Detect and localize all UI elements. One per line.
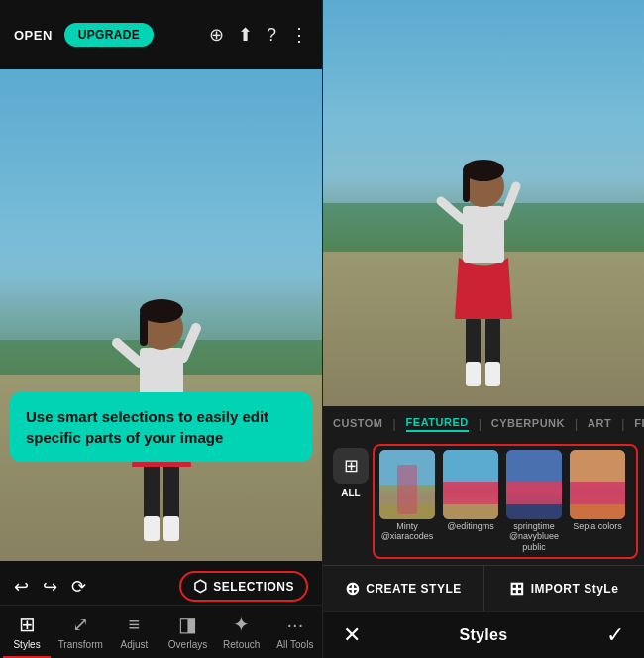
svg-rect-32 — [570, 504, 625, 519]
tab-featured[interactable]: FEATURED — [406, 416, 469, 432]
tool-transform[interactable]: ⤢ Transform — [56, 612, 104, 650]
svg-line-16 — [504, 186, 516, 216]
svg-line-5 — [117, 343, 140, 363]
tool-styles[interactable]: ⊞ Styles — [3, 612, 51, 650]
help-icon[interactable]: ? — [267, 25, 276, 46]
svg-rect-27 — [506, 450, 562, 482]
left-image-area: Use smart selections to easily edit spec… — [0, 69, 322, 561]
tab-art[interactable]: ART — [588, 417, 611, 431]
tab-separator-2: | — [479, 417, 482, 431]
all-tools-label: All Tools — [276, 639, 313, 650]
all-tools-icon: ··· — [287, 613, 304, 636]
thumb-img-2 — [443, 450, 498, 519]
thumb-label-1: Minty @xiaracodes — [378, 521, 436, 543]
svg-rect-29 — [506, 504, 562, 519]
tool-overlays[interactable]: ◨ Overlays — [164, 612, 212, 650]
right-panel: CUSTOM | FEATURED | CYBERPUNK | ART | FI… — [322, 0, 644, 658]
transform-label: Transform — [58, 639, 103, 650]
svg-rect-31 — [570, 482, 625, 504]
svg-rect-23 — [397, 465, 417, 514]
svg-rect-24 — [443, 450, 498, 482]
svg-rect-28 — [506, 482, 562, 504]
svg-rect-26 — [443, 504, 498, 519]
create-icon: ⊕ — [345, 578, 361, 600]
styles-label: Styles — [13, 639, 40, 650]
thumb-label-2: @editingms — [447, 521, 494, 532]
left-header: OPEN UPGRADE ⊕ ⬆ ? ⋮ — [0, 0, 322, 69]
all-label: ALL — [341, 488, 360, 498]
selections-icon: ⬡ — [193, 577, 208, 596]
tab-separator-1: | — [392, 417, 395, 431]
style-thumb-1[interactable]: Minty @xiaracodes — [378, 450, 436, 553]
retouch-label: Retouch — [223, 639, 260, 650]
open-button[interactable]: OPEN — [14, 28, 53, 43]
svg-rect-2 — [144, 516, 160, 541]
svg-rect-30 — [570, 450, 625, 482]
all-button[interactable]: ⊞ — [333, 448, 369, 484]
thumb-label-4: Sepia colors — [573, 521, 622, 532]
overlays-label: Overlays — [168, 639, 207, 650]
tab-separator-4: | — [621, 417, 624, 431]
left-panel: OPEN UPGRADE ⊕ ⬆ ? ⋮ — [0, 0, 322, 658]
thumb-img-1 — [379, 450, 435, 519]
nav-title: Styles — [460, 626, 508, 644]
selections-button[interactable]: ⬡ SELECTIONS — [179, 571, 308, 602]
style-thumb-2[interactable]: @editingms — [442, 450, 499, 553]
toolbar-row: ⊞ Styles ⤢ Transform ≡ Adjust ◨ Overlays… — [0, 605, 322, 658]
undo-redo-bar: ↩ ↪ ⟳ ⬡ SELECTIONS — [0, 567, 322, 605]
right-bottom-nav: ✕ Styles ✓ — [323, 611, 644, 658]
svg-rect-14 — [463, 206, 504, 263]
tab-film[interactable]: FILM — [634, 417, 644, 431]
tab-separator-3: | — [575, 417, 578, 431]
tab-custom[interactable]: CUSTOM — [333, 417, 382, 431]
transform-icon: ⤢ — [72, 612, 89, 636]
adjust-icon: ≡ — [129, 613, 141, 636]
thumb-label-3: springtime @navybluee public — [505, 521, 563, 553]
overlays-icon: ◨ — [178, 612, 197, 636]
redo-icon[interactable]: ↪ — [43, 576, 57, 598]
svg-rect-25 — [443, 482, 498, 504]
more-icon[interactable]: ⋮ — [290, 24, 308, 46]
share-icon[interactable]: ⬆ — [238, 24, 253, 46]
thumb-img-3 — [506, 450, 562, 519]
check-icon[interactable]: ✓ — [606, 622, 624, 648]
grid-icon: ⊞ — [344, 455, 359, 477]
svg-rect-19 — [463, 170, 470, 202]
tool-retouch[interactable]: ✦ Retouch — [218, 612, 266, 650]
reset-icon[interactable]: ⟳ — [71, 576, 86, 598]
svg-rect-12 — [466, 362, 481, 386]
left-bottom-bar: ↩ ↪ ⟳ ⬡ SELECTIONS ⊞ Styles ⤢ Transform … — [0, 561, 322, 658]
all-button-area: ⊞ ALL — [329, 444, 373, 502]
undo-icon[interactable]: ↩ — [14, 576, 29, 598]
create-style-button[interactable]: ⊕ CREATE STYLE — [323, 566, 484, 611]
svg-line-6 — [183, 328, 196, 358]
tab-cyberpunk[interactable]: CYBERPUNK — [491, 417, 565, 431]
tool-all-tools[interactable]: ··· All Tools — [271, 613, 319, 650]
style-thumb-4[interactable]: Sepia colors — [569, 450, 626, 553]
styles-tabs: CUSTOM | FEATURED | CYBERPUNK | ART | FI… — [323, 406, 644, 438]
action-buttons: ⊕ CREATE STYLE ⊞ IMPORT StyLe — [323, 565, 644, 611]
header-icons: ⊕ ⬆ ? ⋮ — [209, 24, 308, 46]
add-photo-icon[interactable]: ⊕ — [209, 24, 224, 46]
svg-rect-3 — [163, 516, 179, 541]
svg-line-15 — [441, 201, 463, 220]
thumb-img-4 — [570, 450, 625, 519]
right-figure-silhouette — [429, 109, 538, 406]
close-icon[interactable]: ✕ — [343, 622, 361, 648]
styles-content: ⊞ ALL Minty @xiaracodes — [323, 438, 644, 565]
tool-adjust[interactable]: ≡ Adjust — [110, 613, 158, 650]
svg-rect-9 — [140, 311, 148, 346]
style-thumb-3[interactable]: springtime @navybluee public — [505, 450, 563, 553]
adjust-label: Adjust — [120, 639, 148, 650]
styles-icon: ⊞ — [19, 612, 36, 636]
import-label: IMPORT StyLe — [531, 582, 619, 596]
svg-rect-13 — [485, 362, 500, 386]
selections-label: SELECTIONS — [213, 580, 294, 594]
import-style-button[interactable]: ⊞ IMPORT StyLe — [484, 566, 645, 611]
undo-redo-icons: ↩ ↪ ⟳ — [14, 576, 86, 598]
upgrade-button[interactable]: UPGRADE — [64, 23, 154, 47]
retouch-icon: ✦ — [233, 612, 250, 636]
style-thumbnails: Minty @xiaracodes @editingms — [373, 444, 638, 559]
tooltip-text: Use smart selections to easily edit spec… — [26, 406, 296, 448]
right-image-area — [323, 0, 644, 406]
